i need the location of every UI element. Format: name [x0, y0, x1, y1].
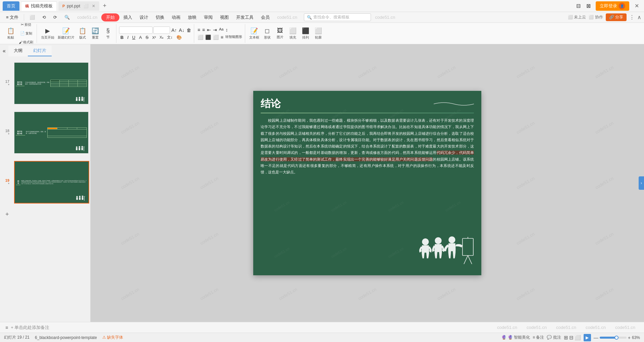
tab-home[interactable]: 首页: [3, 1, 19, 11]
font-warning[interactable]: ⚠ 缺失字体: [102, 335, 123, 340]
maximize-icon[interactable]: ⊠: [584, 1, 593, 11]
menu-transition[interactable]: 切换: [152, 13, 168, 22]
search-cmd-placeholder[interactable]: 查找命令、搜索模板: [313, 14, 350, 20]
menu-view[interactable]: 视图: [217, 13, 232, 22]
slide-body[interactable]: 校园网上店铺制作期间，我也遇到过一些难题，模块拆分不够精细，以及数据表需要设计几…: [253, 113, 481, 175]
menu-start[interactable]: 开始: [101, 13, 119, 21]
menu-animation[interactable]: 动画: [168, 13, 184, 22]
new-slide-button[interactable]: 📝 新建幻灯片: [56, 25, 76, 42]
slide-thumb-18[interactable]: 用户功能介绍 用户产品能够实现查询、更新、更新，结算付款功能。: [14, 112, 89, 154]
bullet-list-button[interactable]: ≡: [197, 26, 201, 33]
font-highlight-button[interactable]: 🎨: [175, 35, 183, 40]
superscript-button[interactable]: X²: [151, 35, 157, 40]
collab-btn[interactable]: ⬜ 协作: [589, 14, 603, 20]
toolbar-icon-1[interactable]: ⬜: [26, 13, 38, 21]
numbered-list-button[interactable]: ≡: [202, 26, 206, 33]
slide-canvas[interactable]: code51.cn code51.cn code51.cn code51.cn …: [253, 91, 481, 275]
align-right-button[interactable]: ⬜: [212, 34, 219, 41]
textbox-button[interactable]: 📝 文本框: [248, 25, 261, 42]
arrange-button[interactable]: ⬛ 排列: [300, 25, 312, 42]
tab-template[interactable]: 稿 找稿壳模板: [21, 1, 57, 11]
ppt-tab-close-icon[interactable]: ⬜: [84, 4, 89, 8]
image-button[interactable]: 🖼 图片: [274, 25, 286, 42]
slide-thumb-17[interactable]: 用户功能介绍 产品介绍功能说明，包括查询功能、详细展示，结算界面的操作分析: [14, 62, 89, 104]
search-icon[interactable]: 🔍: [61, 13, 73, 21]
font-size-select[interactable]: [153, 26, 170, 34]
align-center-button[interactable]: ⬛: [205, 34, 212, 41]
comment-button[interactable]: 💬 批注: [547, 335, 561, 340]
align-justify-button[interactable]: ≡: [220, 34, 224, 41]
italic-button[interactable]: I: [126, 35, 130, 40]
menu-devtools[interactable]: 开发工具: [233, 13, 257, 22]
layout-button[interactable]: 📋 版式: [76, 25, 89, 42]
slide-thumb-19[interactable]: 结论 校园网上店铺制作期间，我也遇到过一些难题，模块拆分不够精细，以及数据表需要…: [14, 161, 89, 204]
convert-to-smartart-button[interactable]: 转智能图形: [225, 34, 243, 41]
subscript-button[interactable]: X₂: [158, 35, 165, 40]
zoom-slider[interactable]: [600, 337, 627, 339]
slide-item-19[interactable]: 19 * 结论 校园网上店铺制作期间，我也遇到过一些难题，模块拆分不够精细，以及…: [1, 158, 89, 206]
share-btn[interactable]: 🔗 分享: [606, 13, 627, 21]
line-spacing-button[interactable]: ↕: [225, 26, 229, 33]
indent-right-button[interactable]: ⇥: [212, 26, 218, 33]
svg-point-14: [82, 146, 83, 148]
view-normal-button[interactable]: ⊞: [564, 335, 568, 341]
watermark-notes-5: code51.cn: [615, 325, 635, 330]
slide-item-18[interactable]: 18 * 用户功能介绍 用户产品能够实现查询、更新、更新，结算付款功能。: [1, 109, 89, 156]
text-direction-button[interactable]: Aa: [218, 26, 224, 33]
view-fit-button[interactable]: ⬜: [575, 335, 581, 341]
menu-bar: ≡ 文件 ⬜ ⟲ ⟳ 🔍 code51.cn 开始 插入 设计 切换 动画 放映…: [0, 12, 644, 23]
close-window-icon[interactable]: ✕: [632, 1, 641, 11]
collapse-icon[interactable]: ∧: [637, 14, 641, 20]
cloud-status[interactable]: ⬜ 未上云: [568, 14, 586, 20]
play-from-here-button[interactable]: ▶ 当页开始: [40, 25, 56, 42]
fill-button[interactable]: ⬜ 填充: [287, 25, 299, 42]
redo-icon[interactable]: ⟳: [50, 13, 60, 21]
underline-button[interactable]: U: [131, 35, 137, 40]
minimize-icon[interactable]: ⊟: [574, 1, 583, 11]
zoom-in-button[interactable]: +: [628, 335, 631, 340]
login-button[interactable]: 立即登录 👤: [596, 1, 629, 11]
tab-outline[interactable]: 大纲: [8, 46, 28, 56]
menu-slideshow[interactable]: 放映: [184, 13, 200, 22]
zoom-out-button[interactable]: —: [594, 335, 598, 340]
font-color-button[interactable]: A: [138, 35, 143, 40]
paste-button[interactable]: 📋 粘贴: [5, 25, 17, 42]
cut-button[interactable]: ✂ 剪切: [17, 21, 35, 29]
menu-vip[interactable]: 会员: [258, 13, 273, 22]
char-spacing-button[interactable]: 文↕: [166, 35, 174, 40]
section-button[interactable]: § 节: [102, 25, 114, 42]
right-panel-button[interactable]: ›: [639, 176, 644, 190]
indent-left-button[interactable]: ⇤: [206, 26, 212, 33]
view-grid-button[interactable]: ⊟: [569, 335, 574, 341]
notes-placeholder[interactable]: + 单击此处添加备注: [11, 325, 49, 331]
note-button[interactable]: ≡ 备注: [533, 335, 544, 340]
font-decrease-icon[interactable]: A↓: [178, 27, 185, 34]
outline-button[interactable]: ⬜ 轮廓: [312, 25, 324, 42]
font-family-select[interactable]: [119, 26, 153, 34]
copy-button[interactable]: 📄 复制: [17, 30, 35, 38]
menu-insert[interactable]: 插入: [120, 13, 136, 22]
strikethrough-button[interactable]: S: [144, 35, 150, 40]
more-menu-icon[interactable]: ⋮: [629, 14, 635, 20]
tab-slides[interactable]: 幻灯片: [28, 46, 52, 56]
tab-ppt[interactable]: P ppt.ppt ⬜ ✕: [58, 1, 99, 11]
collapse-sidebar-icon[interactable]: «: [3, 48, 6, 54]
align-left-button[interactable]: ⬜: [197, 34, 204, 41]
canvas-area[interactable]: code51.cn code51.cn code51.cn code51.cn …: [91, 44, 644, 322]
smart-beautify-button[interactable]: 🔮 🔮 智能美化: [501, 335, 530, 340]
shape-button[interactable]: ◻ 形状: [261, 25, 273, 42]
add-slide-button[interactable]: +: [0, 208, 90, 221]
add-tab-button[interactable]: +: [101, 2, 109, 10]
play-button[interactable]: ▶: [584, 334, 591, 341]
menu-design[interactable]: 设计: [136, 13, 152, 22]
close-icon[interactable]: ✕: [92, 4, 95, 8]
slide-item-17[interactable]: 17 * 用户功能介绍 产品介绍功能说明，包括查询功能、详细展示，结算界面的操作…: [1, 60, 89, 107]
bold-button[interactable]: B: [119, 35, 125, 40]
reset-button[interactable]: 🔄 重置: [89, 25, 101, 42]
menu-review[interactable]: 审阅: [201, 13, 216, 22]
slide-title[interactable]: 结论: [261, 97, 281, 111]
fill-icon: ⬜: [289, 27, 297, 35]
clear-format-icon[interactable]: 🗑: [186, 27, 192, 34]
font-increase-icon[interactable]: A↑: [171, 27, 177, 34]
undo-icon[interactable]: ⟲: [39, 13, 49, 21]
